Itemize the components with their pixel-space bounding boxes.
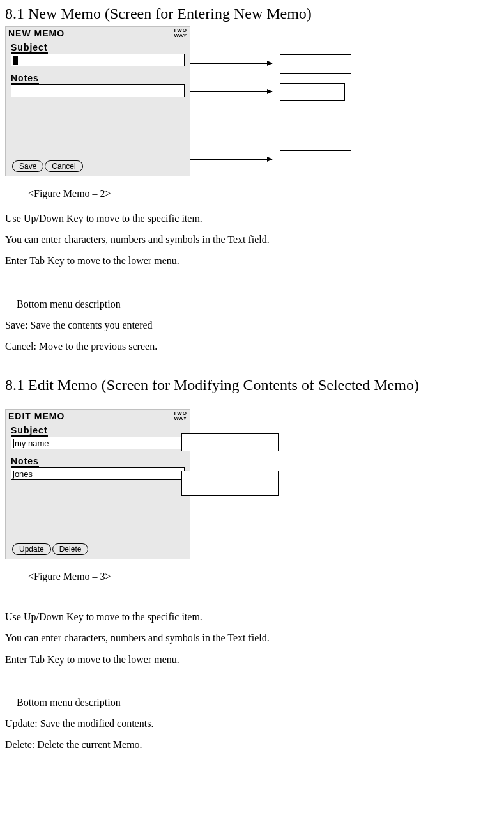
body-text: You can enter characters, numbers and sy… xyxy=(5,629,499,646)
body-text: Save: Save the contents you entered xyxy=(5,316,499,334)
callout-arrows xyxy=(178,409,344,559)
text-cursor xyxy=(13,56,18,65)
figure-new-memo: NEW MEMO TWO WAY Subject Notes Save Canc… xyxy=(5,26,499,176)
callout-box xyxy=(280,54,351,74)
callout-box xyxy=(280,83,345,101)
section-heading-edit-memo: 8.1 Edit Memo (Screen for Modifying Cont… xyxy=(5,377,499,394)
section-heading-new-memo: 8.1 New Memo (Screen for Entering New Me… xyxy=(5,5,499,22)
figure-caption: <Figure Memo – 2> xyxy=(28,188,499,199)
notes-label: Notes xyxy=(11,73,39,84)
arrow-line xyxy=(190,159,272,160)
bottom-button-bar: Update Delete xyxy=(12,543,88,555)
arrow-line xyxy=(190,91,272,92)
subject-label: Subject xyxy=(11,425,48,437)
update-button[interactable]: Update xyxy=(12,543,51,555)
body-text: Update: Save the modified contents. xyxy=(5,715,499,732)
screen-titlebar: NEW MEMO TWO WAY xyxy=(6,27,190,40)
figure-edit-memo: EDIT MEMO TWO WAY Subject my name Notes … xyxy=(5,409,499,559)
notes-input[interactable] xyxy=(11,84,185,97)
bottom-menu-heading: Bottom menu description xyxy=(17,694,499,711)
body-text: Enter Tab Key to move to the lower menu. xyxy=(5,651,499,668)
cancel-button[interactable]: Cancel xyxy=(45,160,82,172)
callout-box xyxy=(181,433,279,451)
notes-input[interactable]: jones xyxy=(11,467,185,480)
subject-value: my name xyxy=(15,439,49,448)
callout-box xyxy=(280,150,351,169)
subject-input[interactable]: my name xyxy=(11,437,185,449)
delete-button[interactable]: Delete xyxy=(52,543,89,555)
device-screen-new-memo: NEW MEMO TWO WAY Subject Notes Save Canc… xyxy=(5,26,190,176)
screen-title: NEW MEMO xyxy=(8,28,65,38)
callout-arrows xyxy=(190,26,427,176)
figure-caption: <Figure Memo – 3> xyxy=(28,571,499,582)
indicator-bottom: WAY xyxy=(174,33,188,38)
bottom-menu-heading: Bottom menu description xyxy=(17,295,499,313)
subject-input[interactable] xyxy=(11,54,185,66)
arrow-line xyxy=(190,63,272,64)
bottom-button-bar: Save Cancel xyxy=(12,160,83,172)
body-text: Enter Tab Key to move to the lower menu. xyxy=(5,252,499,269)
notes-value: jones xyxy=(13,469,33,479)
save-button[interactable]: Save xyxy=(12,160,43,172)
body-text: Delete: Delete the current Memo. xyxy=(5,736,499,753)
two-way-icon: TWO WAY xyxy=(173,28,187,38)
screen-titlebar: EDIT MEMO TWO WAY xyxy=(6,410,190,423)
body-text: Cancel: Move to the previous screen. xyxy=(5,338,499,355)
body-text: You can enter characters, numbers and sy… xyxy=(5,231,499,248)
text-cursor xyxy=(13,439,14,448)
body-text: Use Up/Down Key to move to the specific … xyxy=(5,210,499,227)
device-screen-edit-memo: EDIT MEMO TWO WAY Subject my name Notes … xyxy=(5,409,190,559)
callout-box xyxy=(181,471,279,496)
screen-title: EDIT MEMO xyxy=(8,411,65,421)
notes-label: Notes xyxy=(11,456,39,467)
subject-label: Subject xyxy=(11,42,48,54)
body-text: Use Up/Down Key to move to the specific … xyxy=(5,608,499,625)
